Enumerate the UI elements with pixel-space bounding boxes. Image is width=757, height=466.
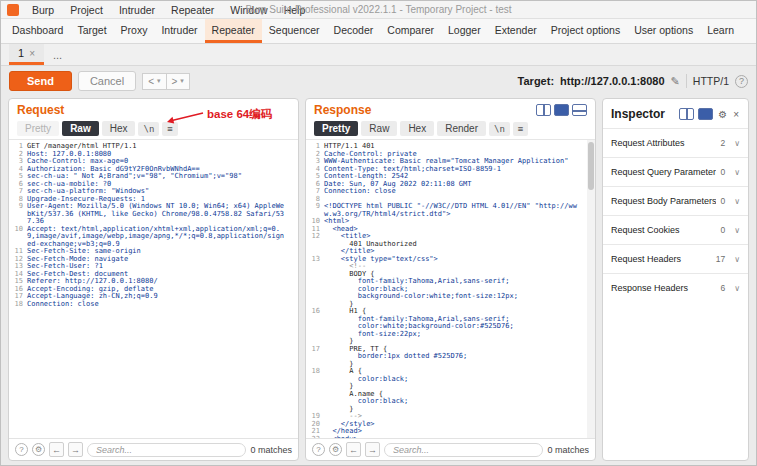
search-help-icon[interactable]: ? [15,443,28,456]
response-editor-tabs: PrettyRawHexRender \n ≡ [306,118,595,139]
hamburger-menu-icon[interactable]: ≡ [513,122,528,136]
next-match-button[interactable]: → [68,442,83,457]
request-panel: Request PrettyRawHex \n ≡ 1GET /manager/… [8,98,299,461]
line-number [308,293,324,301]
inspector-expand-icon[interactable] [698,108,713,120]
back-button[interactable]: < ▾ [142,73,166,90]
layout-single-icon[interactable] [554,104,569,116]
tab-extender[interactable]: Extender [488,19,544,43]
response-tab-pretty[interactable]: Pretty [314,121,358,136]
inspector-section-label: Request Cookies [611,225,716,235]
next-match-button[interactable]: → [365,442,380,457]
title-bar: BurpProjectIntruderRepeaterWindowHelp Bu… [1,1,756,19]
inspector-title: Inspector [611,107,665,121]
chevron-down-icon: ▾ [157,77,161,85]
line-text: User-Agent: Mozilla/5.0 (Windows NT 10.0… [27,203,286,226]
vertical-scrollbar[interactable] [587,140,595,438]
tab-user-options[interactable]: User options [627,19,700,43]
menu-item-project[interactable]: Project [63,3,110,17]
request-editor[interactable]: 1GET /manager/html HTTP/1.12Host: 127.0.… [9,139,298,438]
tab-learn[interactable]: Learn [700,19,741,43]
request-tab-hex[interactable]: Hex [102,121,136,136]
tab-dashboard[interactable]: Dashboard [5,19,70,43]
burp-logo-icon [7,4,19,16]
code-line: 10Accept: text/html,application/xhtml+xm… [11,226,286,249]
search-settings-gear-icon[interactable]: ⚙ [329,443,342,456]
response-panel-title: Response [314,103,371,117]
line-number [308,271,324,279]
inspector-section-response-headers[interactable]: Response Headers6∨ [603,273,748,302]
repeater-tab-1[interactable]: 1 × [9,44,44,65]
tab-sequencer[interactable]: Sequencer [262,19,327,43]
response-match-count: 0 matches [547,445,589,455]
request-search-bar: ? ⚙ ← → 0 matches [9,438,298,460]
response-tab-hex[interactable]: Hex [400,121,434,136]
help-icon[interactable]: ? [735,75,748,88]
line-number: 13 [308,256,324,264]
inspector-section-request-query-parameters[interactable]: Request Query Parameters0∨ [603,157,748,186]
chevron-down-icon: ∨ [734,139,740,148]
menu-item-repeater[interactable]: Repeater [164,3,221,17]
line-text: color:black; [324,376,583,384]
search-help-icon[interactable]: ? [312,443,325,456]
line-text: } [324,406,583,414]
response-tab-render[interactable]: Render [437,121,486,136]
layout-columns-icon[interactable] [536,104,551,116]
prev-match-button[interactable]: ← [49,442,64,457]
line-number: 16 [308,308,324,316]
line-text: </head> [324,428,583,436]
response-panel-header: Response [306,99,595,118]
request-panel-title: Request [17,103,64,117]
inspector-settings-gear-icon[interactable]: ⚙ [717,109,728,120]
hamburger-menu-icon[interactable]: ≡ [162,122,177,136]
inspector-close-icon[interactable]: × [732,109,740,120]
response-search-input[interactable] [384,443,543,457]
search-settings-gear-icon[interactable]: ⚙ [32,443,45,456]
tab-comparer[interactable]: Comparer [380,19,441,43]
menu-item-burp[interactable]: Burp [25,3,61,17]
close-icon[interactable]: × [29,48,35,59]
code-line: 9<!DOCTYPE html PUBLIC "-//W3C//DTD HTML… [308,203,583,218]
inspector-header: Inspector ⚙ × [603,99,748,128]
menu-item-intruder[interactable]: Intruder [112,3,162,17]
line-number [308,398,324,406]
newline-icon[interactable]: \n [489,122,510,136]
request-tab-raw[interactable]: Raw [62,121,99,136]
tab-repeater[interactable]: Repeater [205,19,262,43]
scrollbar-thumb[interactable] [588,142,594,190]
send-button[interactable]: Send [9,71,72,91]
request-tab-bar: PrettyRawHex [17,121,135,136]
line-text: border:1px dotted #525D76; [324,353,583,361]
request-tab-pretty[interactable]: Pretty [17,121,59,136]
tab-decoder[interactable]: Decoder [327,19,381,43]
line-text: <body> [324,436,583,439]
inspector-section-request-attributes[interactable]: Request Attributes2∨ [603,128,748,157]
tab-proxy[interactable]: Proxy [114,19,155,43]
http-version-label[interactable]: HTTP/1 [693,75,729,87]
forward-button[interactable]: > ▾ [167,73,190,90]
line-number: 10 [11,226,27,249]
line-text: <html> [324,218,583,226]
inspector-section-request-cookies[interactable]: Request Cookies0∨ [603,215,748,244]
layout-stacked-icon[interactable] [572,104,587,116]
line-number: 17 [308,346,324,354]
tab-logger[interactable]: Logger [441,19,488,43]
chevron-down-icon: ∨ [734,284,740,293]
newline-icon[interactable]: \n [138,122,159,136]
cancel-button[interactable]: Cancel [78,71,136,91]
inspector-dock-icon[interactable] [679,108,694,120]
response-tab-raw[interactable]: Raw [361,121,397,136]
request-panel-header: Request [9,99,298,118]
edit-target-icon[interactable]: ✎ [671,75,680,88]
inspector-section-request-body-parameters[interactable]: Request Body Parameters0∨ [603,186,748,215]
inspector-section-label: Response Headers [611,283,716,293]
tab-project-options[interactable]: Project options [544,19,627,43]
response-editor[interactable]: 1HTTP/1.1 4012Cache-Control: private3WWW… [306,139,595,438]
request-search-input[interactable] [87,443,246,457]
repeater-tab-more-button[interactable]: ... [44,44,71,65]
prev-match-button[interactable]: ← [346,442,361,457]
line-number [308,263,324,271]
tab-target[interactable]: Target [70,19,113,43]
tab-intruder[interactable]: Intruder [154,19,204,43]
inspector-section-request-headers[interactable]: Request Headers17∨ [603,244,748,273]
